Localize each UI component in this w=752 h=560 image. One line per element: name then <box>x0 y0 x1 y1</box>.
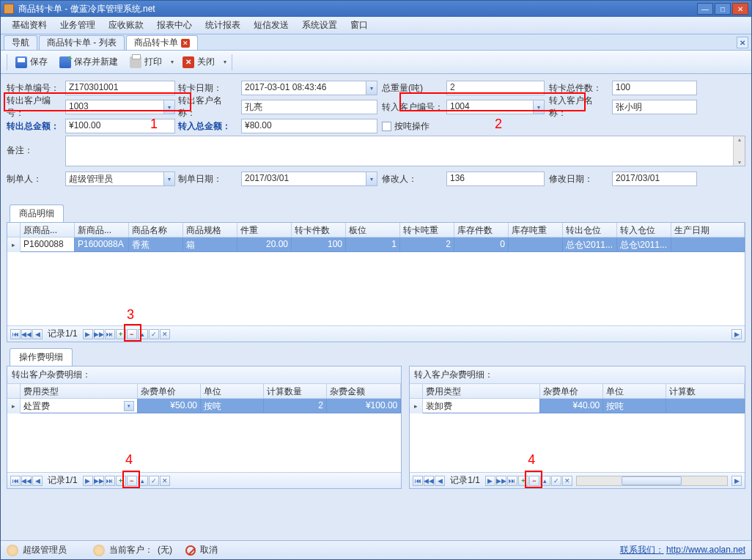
field-card-no[interactable]: Z170301001 <box>65 81 175 95</box>
col-out-loc[interactable]: 转出仓位 <box>563 223 617 237</box>
field-modify-date[interactable]: 2017/03/01 <box>612 172 697 186</box>
status-contact[interactable]: 联系我们： <box>620 545 664 555</box>
maximize-button[interactable]: □ <box>715 3 731 15</box>
field-in-cust-no[interactable]: 1004 <box>446 100 533 114</box>
field-total-weight[interactable]: 2 <box>446 81 545 95</box>
field-out-cust-name[interactable]: 孔亮 <box>241 100 377 114</box>
in-fee-row[interactable]: ▸ 装卸费 ¥40.00 按吨 <box>410 399 745 413</box>
field-in-amount[interactable]: ¥80.00 <box>241 119 377 133</box>
out-cust-dropdown[interactable]: ▾ <box>163 100 175 114</box>
print-dropdown[interactable]: ▾ <box>169 56 176 68</box>
nav-scroll-right[interactable]: ▶ <box>731 329 742 339</box>
field-in-cust-name[interactable]: 张小明 <box>612 100 697 114</box>
status-url[interactable]: http://www.aolan.net <box>666 545 745 555</box>
nav-next[interactable]: ▶ <box>83 476 93 486</box>
nav-check[interactable]: ✓ <box>149 329 159 339</box>
in-cust-dropdown[interactable]: ▾ <box>533 100 545 114</box>
out-col-price[interactable]: 杂费单价 <box>138 384 201 398</box>
field-total-pieces[interactable]: 100 <box>612 81 697 95</box>
menu-settings[interactable]: 系统设置 <box>295 17 344 34</box>
window-close-button[interactable]: ✕ <box>732 3 748 15</box>
remark-scrollbar[interactable]: ▴▾ <box>733 136 745 166</box>
nav-nextpage[interactable]: ▶▶ <box>94 476 104 486</box>
col-ton[interactable]: 转卡吨重 <box>400 223 454 237</box>
out-col-type[interactable]: 费用类型 <box>21 384 138 398</box>
card-date-dropdown[interactable]: ▾ <box>366 81 377 95</box>
nav-prevpage[interactable]: ◀◀ <box>424 476 434 486</box>
nav-next[interactable]: ▶ <box>83 329 93 339</box>
nav-cancel[interactable]: ✕ <box>160 476 170 486</box>
nav-check[interactable]: ✓ <box>149 476 159 486</box>
nav-last[interactable]: ⏭ <box>507 476 517 486</box>
col-prod-date[interactable]: 生产日期 <box>671 223 745 237</box>
menu-sms[interactable]: 短信发送 <box>247 17 295 34</box>
col-spec[interactable]: 商品规格 <box>183 223 237 237</box>
nav-prev[interactable]: ◀ <box>32 329 43 339</box>
nav-remove[interactable]: − <box>529 476 539 486</box>
nav-prev[interactable]: ◀ <box>32 476 43 486</box>
col-new-product[interactable]: 新商品... <box>75 223 129 237</box>
nav-prevpage[interactable]: ◀◀ <box>21 329 32 339</box>
fee-type-dropdown[interactable]: ▾ <box>124 401 134 411</box>
tabstrip-close-button[interactable]: ✕ <box>737 37 748 48</box>
out-col-amount[interactable]: 杂费金额 <box>327 384 401 398</box>
nav-prev[interactable]: ◀ <box>435 476 445 486</box>
in-col-qty[interactable]: 计算数 <box>666 384 745 398</box>
col-stock-pieces[interactable]: 库存件数 <box>454 223 509 237</box>
nav-next[interactable]: ▶ <box>485 476 495 486</box>
status-cancel[interactable]: 取消 <box>200 544 218 556</box>
nav-first[interactable]: ⏮ <box>10 476 21 486</box>
by-ton-checkbox[interactable]: 按吨操作 <box>382 120 430 133</box>
nav-last[interactable]: ⏭ <box>105 476 115 486</box>
close-dropdown[interactable]: ▾ <box>221 56 229 68</box>
cancel-icon[interactable] <box>185 545 196 556</box>
in-col-type[interactable]: 费用类型 <box>423 384 540 398</box>
close-button[interactable]: ✕关闭 <box>177 53 220 71</box>
col-pieces[interactable]: 转卡件数 <box>292 223 346 237</box>
in-fee-scrollbar[interactable] <box>576 476 728 486</box>
nav-cancel[interactable]: ✕ <box>562 476 572 486</box>
menu-receivables[interactable]: 应收账款 <box>102 17 150 34</box>
col-in-loc[interactable]: 转入仓位 <box>617 223 671 237</box>
minimize-button[interactable]: — <box>697 3 713 15</box>
menu-report-center[interactable]: 报表中心 <box>150 17 199 34</box>
in-col-unit[interactable]: 单位 <box>603 384 666 398</box>
tab-list[interactable]: 商品转卡单 - 列表 <box>39 35 125 50</box>
nav-check[interactable]: ✓ <box>551 476 561 486</box>
tab-card[interactable]: 商品转卡单✕ <box>126 35 198 50</box>
nav-edit[interactable]: ▴ <box>540 476 550 486</box>
nav-remove[interactable]: − <box>127 476 137 486</box>
menu-business[interactable]: 业务管理 <box>54 17 102 34</box>
nav-add[interactable]: + <box>518 476 528 486</box>
col-stock-ton[interactable]: 库存吨重 <box>509 223 563 237</box>
nav-nextpage[interactable]: ▶▶ <box>496 476 506 486</box>
field-card-date[interactable]: 2017-03-01 08:43:46 <box>241 81 366 95</box>
nav-first[interactable]: ⏮ <box>413 476 423 486</box>
in-col-price[interactable]: 杂费单价 <box>540 384 603 398</box>
menu-basic-data[interactable]: 基础资料 <box>5 17 54 34</box>
nav-remove[interactable]: − <box>127 329 137 339</box>
nav-edit[interactable]: ▴ <box>138 329 148 339</box>
menu-stats[interactable]: 统计报表 <box>199 17 247 34</box>
col-board[interactable]: 板位 <box>346 223 400 237</box>
nav-cancel[interactable]: ✕ <box>160 329 170 339</box>
col-old-product[interactable]: 原商品... <box>21 223 75 237</box>
nav-scroll-right[interactable]: ▶ <box>731 476 742 486</box>
out-col-qty[interactable]: 计算数量 <box>264 384 327 398</box>
field-modifier[interactable]: 136 <box>446 172 545 186</box>
col-unit-weight[interactable]: 件重 <box>237 223 292 237</box>
field-maker[interactable]: 超级管理员 <box>65 172 163 186</box>
tab-close-icon[interactable]: ✕ <box>181 39 190 48</box>
field-remark[interactable]: ▴▾ <box>65 136 745 166</box>
make-date-dropdown[interactable]: ▾ <box>366 172 377 186</box>
tab-nav[interactable]: 导航 <box>4 35 37 50</box>
nav-first[interactable]: ⏮ <box>10 329 21 339</box>
nav-prevpage[interactable]: ◀◀ <box>21 476 32 486</box>
nav-nextpage[interactable]: ▶▶ <box>94 329 104 339</box>
save-button[interactable]: 保存 <box>10 53 53 71</box>
col-name[interactable]: 商品名称 <box>129 223 183 237</box>
nav-add[interactable]: + <box>116 329 126 339</box>
nav-last[interactable]: ⏭ <box>105 329 115 339</box>
nav-add[interactable]: + <box>116 476 126 486</box>
out-col-unit[interactable]: 单位 <box>201 384 264 398</box>
